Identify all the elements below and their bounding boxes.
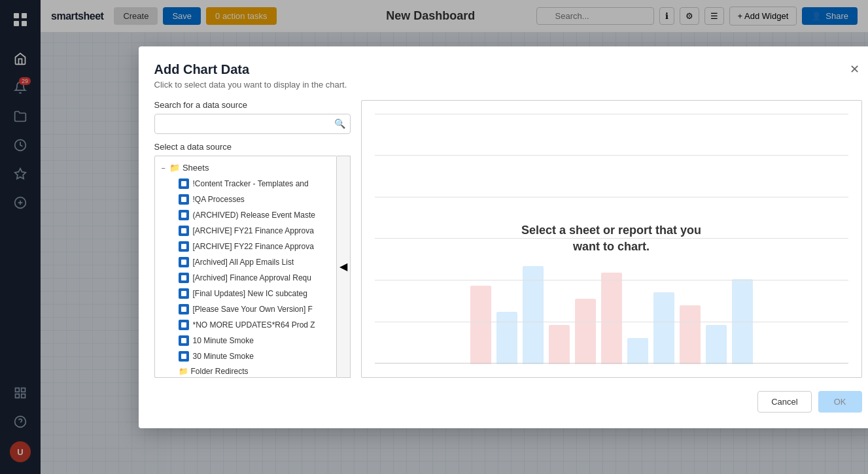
- tree-item[interactable]: [Final Updates] New IC subcateg: [173, 286, 336, 301]
- tree-item[interactable]: [Please Save Your Own Version] F: [173, 301, 336, 317]
- tree-root-item: − 📁 Sheets: [155, 160, 336, 176]
- tree-item[interactable]: !QA Processes: [173, 192, 336, 207]
- tree-item-label: [Final Updates] New IC subcateg: [193, 289, 307, 298]
- chart-placeholder-line2: want to chart.: [573, 239, 650, 255]
- sheet-icon: [179, 335, 189, 346]
- search-icon: 🔍: [334, 118, 345, 129]
- tree-item-label: (ARCHIVED) Release Event Maste: [193, 211, 315, 220]
- sheet-icon: [179, 288, 189, 299]
- chart-placeholder: Select a sheet or report that you want t…: [521, 222, 701, 255]
- sheet-icon: [179, 210, 189, 220]
- cancel-button[interactable]: Cancel: [757, 391, 811, 413]
- tree-item-label: [ARCHIVE] FY22 Finance Approva: [193, 242, 314, 251]
- tree-item-label: !Content Tracker - Templates and: [193, 179, 309, 188]
- tree-item[interactable]: [Archived] Finance Approval Requ: [173, 270, 336, 286]
- sheet-icon: [179, 273, 189, 283]
- tree-item-label: *NO MORE UPDATES*R64 Prod Z: [193, 320, 315, 330]
- modal-header: Add Chart Data Click to select data you …: [154, 62, 862, 90]
- tree-item[interactable]: !Content Tracker - Templates and: [173, 176, 336, 192]
- tree-item[interactable]: [ARCHIVE] FY22 Finance Approva: [173, 239, 336, 254]
- tree-item[interactable]: [Archived] All App Emails List: [173, 254, 336, 270]
- tree-item[interactable]: (ARCHIVED) Release Event Maste: [173, 207, 336, 223]
- tree-item[interactable]: [ARCHIVE] FY21 Finance Approva: [173, 223, 336, 239]
- tree-item-label: [Archived] All App Emails List: [193, 258, 294, 267]
- sheet-icon: [179, 351, 189, 362]
- tree-root: − 📁 Sheets !Content Tracker - Templates …: [155, 156, 336, 378]
- modal-close-button[interactable]: ✕: [847, 62, 862, 76]
- tree-items: !Content Tracker - Templates and !QA Pro…: [155, 176, 336, 378]
- root-label: Sheets: [182, 163, 209, 173]
- tree-item-label: [ARCHIVE] FY21 Finance Approva: [193, 226, 314, 235]
- tree-collapse-button[interactable]: −: [160, 163, 167, 173]
- tree-item-label: !QA Processes: [193, 195, 245, 204]
- folder-item-label: Folder Redirects: [191, 367, 249, 376]
- select-label: Select a data source: [154, 142, 351, 152]
- tree-item[interactable]: *NO MORE UPDATES*R64 Prod Z: [173, 317, 336, 333]
- tree-item[interactable]: 10 Minute Smoke: [173, 333, 336, 348]
- tree-item-label: [Archived] Finance Approval Requ: [193, 273, 311, 282]
- sheet-icon: [179, 178, 189, 189]
- left-panel: Search for a data source 🔍 Select a data…: [154, 100, 351, 378]
- tree-container[interactable]: − 📁 Sheets !Content Tracker - Templates …: [154, 156, 337, 378]
- sheet-icon: [179, 257, 189, 267]
- datasource-search-input[interactable]: [154, 114, 351, 134]
- tree-item[interactable]: 📁 Folder Redirects: [173, 364, 336, 378]
- ok-button[interactable]: OK: [818, 391, 862, 413]
- sheet-icon: [179, 241, 189, 252]
- search-label: Search for a data source: [154, 100, 351, 110]
- tree-outer: − 📁 Sheets !Content Tracker - Templates …: [154, 156, 351, 378]
- sheet-icon: [179, 304, 189, 314]
- add-chart-data-modal: Add Chart Data Click to select data you …: [139, 46, 869, 428]
- modal-body: Search for a data source 🔍 Select a data…: [154, 100, 862, 378]
- chart-area: Select a sheet or report that you want t…: [361, 100, 862, 378]
- scroll-indicator[interactable]: ◀: [337, 156, 351, 378]
- folder-item-icon: 📁: [179, 367, 188, 376]
- sheet-icon: [179, 226, 189, 236]
- root-folder-icon: 📁: [169, 163, 180, 173]
- modal-header-text: Add Chart Data Click to select data you …: [154, 62, 347, 90]
- sheet-icon: [179, 194, 189, 205]
- sheet-icon: [179, 320, 189, 330]
- modal-title: Add Chart Data: [154, 62, 347, 77]
- tree-item-label: 30 Minute Smoke: [193, 352, 254, 361]
- modal-subtitle: Click to select data you want to display…: [154, 80, 347, 90]
- modal-footer: Cancel OK: [154, 391, 862, 413]
- chart-placeholder-line1: Select a sheet or report that you: [521, 222, 701, 239]
- tree-item-label: 10 Minute Smoke: [193, 336, 254, 345]
- tree-item[interactable]: 30 Minute Smoke: [173, 348, 336, 364]
- search-input-wrap: 🔍: [154, 114, 351, 134]
- tree-item-label: [Please Save Your Own Version] F: [193, 305, 313, 314]
